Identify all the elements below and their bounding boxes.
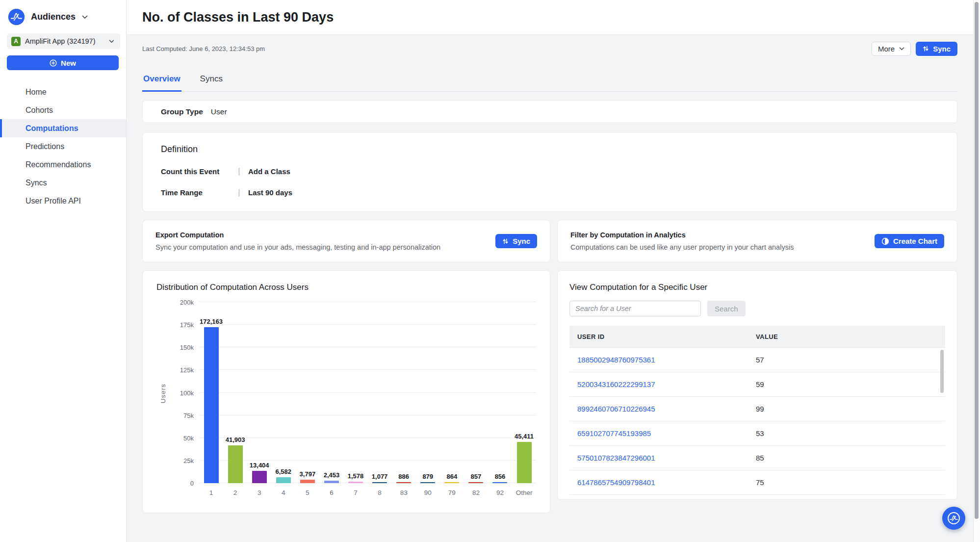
export-computation-card: Export Computation Sync your computation… [142, 220, 550, 262]
y-axis-tick: 100k [180, 389, 194, 396]
sidebar-item-syncs[interactable]: Syncs [0, 174, 126, 192]
brand-name: Audiences [31, 12, 76, 22]
bar[interactable] [372, 482, 387, 483]
user-table-header: USER ID VALUE [569, 326, 945, 348]
bar-value-label: 886 [398, 473, 409, 480]
more-button-label: More [878, 45, 895, 53]
tab-syncs[interactable]: Syncs [199, 69, 224, 92]
user-id-link[interactable]: 8992460706710226945 [577, 405, 655, 413]
sidebar-item-predictions[interactable]: Predictions [0, 137, 126, 155]
y-axis-tick: 75k [183, 412, 194, 419]
bar[interactable] [252, 471, 267, 483]
sidebar-item-user-profile-api[interactable]: User Profile API [0, 192, 126, 210]
user-value: 75 [756, 478, 945, 487]
table-row: 520034316022229913759 [569, 372, 945, 397]
new-button-label: New [61, 59, 76, 67]
search-button[interactable]: Search [707, 301, 746, 316]
sync-button-export[interactable]: Sync [495, 234, 537, 248]
bar[interactable] [468, 482, 483, 483]
table-row: 614786575490979840175 [569, 470, 945, 495]
sidebar-item-cohorts[interactable]: Cohorts [0, 101, 126, 119]
create-chart-button[interactable]: Create Chart [875, 234, 944, 248]
bar-value-label: 879 [422, 473, 433, 480]
y-axis-tick: 50k [183, 434, 194, 441]
divider [238, 189, 240, 197]
last-computed-text: Last Computed: June 6, 2023, 12:34:53 pm [142, 45, 872, 52]
bar[interactable] [517, 442, 532, 483]
x-axis-tick: 8 [378, 489, 382, 496]
user-lookup-title: View Computation for a Specific User [569, 283, 945, 292]
user-id-link[interactable]: 6147865754909798401 [577, 478, 655, 487]
chevron-down-icon [109, 40, 114, 43]
user-id-link[interactable]: 5200343160222299137 [577, 380, 655, 388]
bar-column-3: 13,4043 [247, 303, 271, 483]
project-switcher[interactable]: A AmpliFit App (324197) [7, 33, 120, 49]
sidebar-item-recommendations[interactable]: Recommendations [0, 155, 126, 174]
bar-column-5: 3,7975 [295, 303, 319, 483]
gridline: 200k [199, 302, 536, 302]
definition-row: Time Range Last 90 days [161, 188, 939, 197]
page-header: No. of Classes in Last 90 Days [127, 0, 973, 35]
amplitude-floating-button[interactable] [942, 507, 965, 530]
bar[interactable] [324, 481, 339, 483]
sync-button-label: Sync [933, 45, 951, 53]
user-value: 57 [756, 356, 945, 364]
bar[interactable] [300, 480, 315, 483]
chart-plot-area: Users 025k50k75k100k125k150k175k200k172,… [199, 303, 536, 483]
more-button[interactable]: More [872, 42, 911, 56]
bar[interactable] [276, 477, 291, 483]
bar-column-83: 88683 [392, 303, 416, 483]
content: Overview Syncs Group Type User Definitio… [127, 69, 973, 513]
x-axis-tick: 4 [282, 489, 285, 496]
main-area: No. of Classes in Last 90 Days Last Comp… [127, 0, 973, 542]
bar[interactable] [420, 482, 435, 483]
chevron-down-icon [899, 47, 904, 51]
bar[interactable] [444, 482, 459, 483]
group-type-card: Group Type User [142, 100, 957, 123]
table-row: 575010782384729600185 [569, 446, 945, 470]
bar-value-label: 856 [495, 473, 506, 480]
group-type-label: Group Type [161, 107, 203, 116]
bar-columns: 172,163141,903213,40436,58243,79752,4536… [199, 303, 536, 483]
search-input[interactable] [569, 301, 701, 316]
bar[interactable] [492, 482, 507, 483]
sidebar-item-home[interactable]: Home [0, 83, 126, 101]
x-axis-tick: 79 [448, 489, 456, 496]
sync-button-top[interactable]: Sync [916, 42, 957, 56]
user-id-link[interactable]: 5750107823847296001 [577, 454, 655, 462]
bar-column-4: 6,5824 [271, 303, 295, 483]
new-button[interactable]: New [7, 55, 119, 70]
user-value: 59 [756, 380, 945, 388]
tab-bar: Overview Syncs [142, 69, 957, 92]
bar-column-82: 85782 [464, 303, 488, 483]
bar[interactable] [228, 445, 243, 483]
bar[interactable] [396, 482, 411, 483]
definition-card: Definition Count this Event Add a Class … [142, 132, 957, 212]
brand-row[interactable]: Audiences [0, 0, 126, 25]
user-id-link[interactable]: 659102707745193985 [577, 429, 651, 438]
x-axis-tick: 90 [424, 489, 432, 496]
bar[interactable] [204, 327, 219, 483]
page-scrollbar-thumb[interactable] [975, 2, 979, 519]
sidebar-item-computations[interactable]: Computations [0, 119, 126, 137]
user-id-link[interactable]: 1885002948760975361 [577, 356, 655, 364]
tab-overview[interactable]: Overview [142, 69, 181, 92]
x-axis-tick: Other [516, 489, 533, 496]
definition-row-label: Count this Event [161, 167, 238, 176]
definition-row: Count this Event Add a Class [161, 167, 939, 176]
x-axis-tick: 7 [354, 489, 358, 496]
bar[interactable] [348, 482, 363, 483]
bar-chart: Users 025k50k75k100k125k150k175k200k172,… [156, 296, 538, 510]
definition-row-label: Time Range [161, 188, 238, 197]
bar-value-label: 41,903 [226, 436, 245, 443]
amplitude-logo-icon [8, 9, 25, 25]
page-scrollbar-track[interactable] [973, 0, 980, 542]
bar-value-label: 1,578 [348, 472, 364, 480]
table-scrollbar-thumb[interactable] [940, 350, 944, 393]
chart-title: Distribution of Computation Across Users [156, 283, 538, 292]
bar-column-Other: 45,411Other [512, 303, 536, 483]
bar-column-1: 172,1631 [199, 303, 223, 483]
bar-column-7: 1,5787 [343, 303, 367, 483]
x-axis-tick: 1 [209, 489, 213, 496]
bar-value-label: 2,453 [324, 471, 340, 479]
